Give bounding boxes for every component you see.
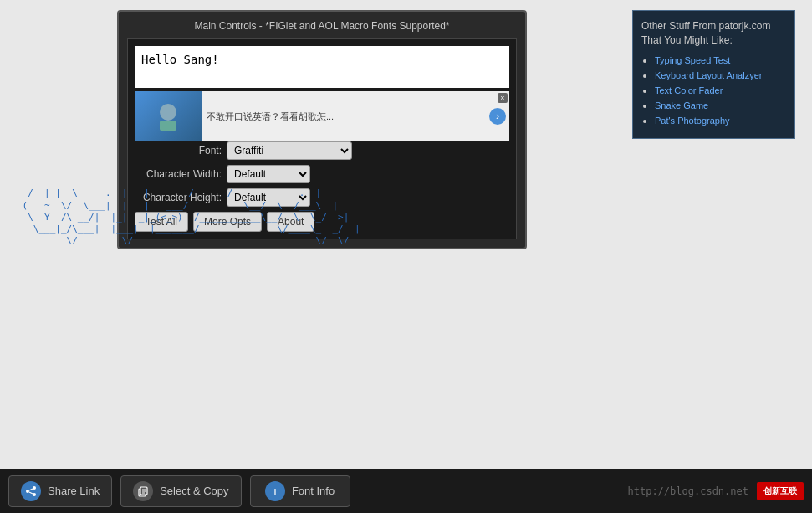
svg-point-0: [160, 104, 176, 121]
list-item: Pat's Photography: [655, 115, 786, 126]
other-stuff-title: Other Stuff From patorjk.com That You Mi…: [641, 19, 786, 48]
font-row: Font: Graffiti Standard Banner Big Block: [135, 141, 509, 160]
main-area: Main Controls - *FIGlet and AOL Macro Fo…: [0, 0, 812, 469]
bottom-bar: Share Link Select & Copy i Font Info htt…: [0, 469, 812, 513]
svg-point-3: [26, 490, 29, 493]
text-display[interactable]: Hello Sang!: [135, 46, 509, 88]
list-item: Typing Speed Test: [655, 54, 786, 66]
font-info-button[interactable]: i Font Info: [250, 475, 350, 507]
list-item: Keyboard Layout Analzyer: [655, 69, 786, 81]
font-info-label: Font Info: [292, 485, 335, 497]
svg-line-5: [29, 489, 33, 490]
text-color-link[interactable]: Text Color Fader: [655, 85, 723, 95]
ad-image: [135, 91, 202, 141]
select-copy-label: Select & Copy: [160, 485, 228, 497]
copy-icon: [133, 481, 153, 501]
svg-line-6: [29, 492, 33, 494]
svg-rect-1: [160, 121, 176, 131]
svg-point-4: [33, 493, 36, 496]
ad-text: 不敢开口说英语？看看胡歌怎...: [202, 105, 489, 128]
ascii-art-display: / | | \ . | | /______/ . | ( ~ \/ \___| …: [17, 176, 795, 259]
font-label: Font:: [135, 145, 227, 156]
typing-speed-link[interactable]: Typing Speed Test: [655, 55, 730, 65]
ad-arrow-button[interactable]: ›: [489, 108, 506, 125]
ascii-art-text: / | | \ . | | /______/ . | ( ~ \/ \___| …: [17, 187, 360, 246]
info-icon: i: [265, 481, 285, 501]
text-display-value: Hello Sang!: [141, 53, 219, 66]
share-icon: [21, 481, 41, 501]
other-stuff-links: Typing Speed Test Keyboard Layout Analzy…: [641, 54, 786, 126]
select-copy-button[interactable]: Select & Copy: [120, 475, 241, 507]
share-link-label: Share Link: [48, 485, 100, 497]
list-item: Snake Game: [655, 100, 786, 111]
bottom-url: http://blog.csdn.net: [628, 485, 749, 497]
ad-area: × 不敢开口说英语？看看胡歌怎... ›: [135, 91, 509, 141]
ad-close-button[interactable]: ×: [498, 93, 508, 103]
other-stuff-panel: Other Stuff From patorjk.com That You Mi…: [632, 10, 795, 139]
svg-point-2: [33, 486, 36, 490]
share-link-button[interactable]: Share Link: [8, 475, 112, 507]
snake-game-link[interactable]: Snake Game: [655, 100, 708, 110]
font-select[interactable]: Graffiti Standard Banner Big Block: [227, 141, 352, 160]
svg-text:i: i: [274, 488, 277, 496]
list-item: Text Color Fader: [655, 85, 786, 96]
controls-title: Main Controls - *FIGlet and AOL Macro Fo…: [127, 20, 517, 32]
keyboard-layout-link[interactable]: Keyboard Layout Analzyer: [655, 70, 762, 80]
photography-link[interactable]: Pat's Photography: [655, 115, 730, 126]
bottom-logo: 创新互联: [757, 482, 804, 500]
